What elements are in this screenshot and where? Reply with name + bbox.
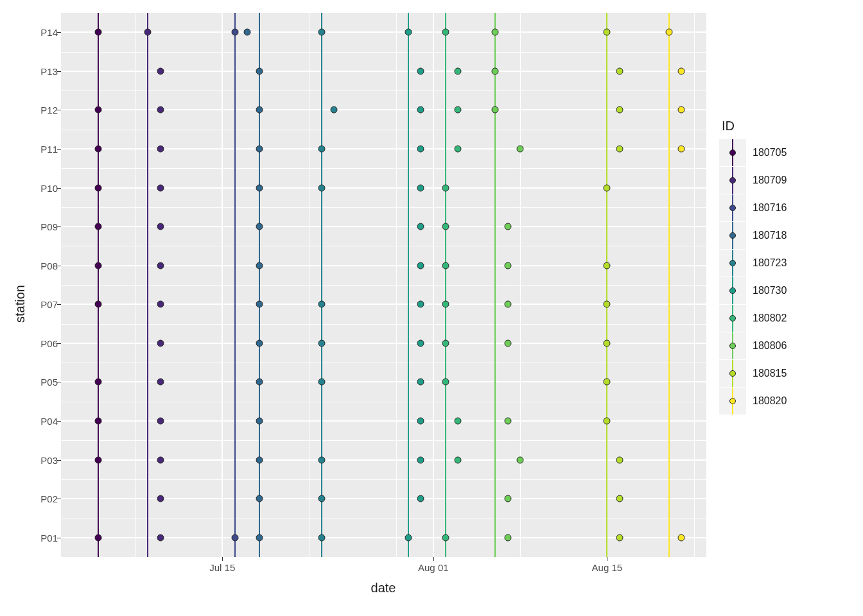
data-point: [318, 495, 325, 502]
data-point: [243, 29, 250, 36]
data-point: [157, 262, 164, 269]
data-point: [94, 456, 101, 463]
id-vline: [494, 13, 496, 557]
legend-item: 180730: [719, 277, 854, 304]
plot-panel: [61, 13, 706, 557]
y-tick-label: P13: [30, 65, 58, 76]
data-point: [616, 534, 623, 541]
data-point: [442, 534, 449, 541]
legend-key: [719, 277, 746, 304]
data-point: [405, 534, 412, 541]
data-point: [94, 418, 101, 425]
id-vline: [147, 13, 148, 557]
data-point: [417, 184, 424, 191]
grid-h-minor: [61, 207, 706, 208]
legend-item: 180806: [719, 332, 854, 359]
data-point: [492, 107, 499, 114]
y-tick: [57, 188, 61, 189]
data-point: [604, 301, 611, 308]
data-point: [256, 418, 263, 425]
x-tick-label: Aug 01: [418, 562, 449, 573]
data-point: [157, 146, 164, 153]
legend-item: 180820: [719, 387, 854, 415]
data-point: [504, 339, 511, 346]
data-point: [417, 146, 424, 153]
data-point: [94, 146, 101, 153]
id-vline: [259, 13, 260, 557]
data-point: [417, 456, 424, 463]
legend-item: 180802: [719, 304, 854, 332]
legend-key: [719, 222, 746, 249]
legend-point-icon: [729, 232, 736, 239]
legend-key: [719, 139, 746, 166]
data-point: [318, 456, 325, 463]
data-point: [604, 29, 611, 36]
legend-item: 180716: [719, 194, 854, 221]
data-point: [417, 418, 424, 425]
y-tick: [57, 32, 61, 33]
data-point: [318, 534, 325, 541]
legend-label: 180723: [753, 257, 787, 269]
legend-point-icon: [729, 343, 736, 349]
data-point: [94, 534, 101, 541]
legend-point-icon: [729, 205, 736, 211]
legend-key: [719, 305, 746, 332]
data-point: [331, 107, 338, 114]
data-point: [318, 301, 325, 308]
data-point: [318, 184, 325, 191]
legend-key: [719, 167, 746, 194]
x-tick: [607, 557, 607, 561]
grid-h-minor: [61, 130, 706, 130]
data-point: [256, 223, 263, 230]
y-tick: [57, 227, 61, 227]
y-tick: [57, 71, 61, 72]
data-point: [157, 418, 164, 425]
grid-v-minor: [135, 13, 136, 557]
legend-key: [719, 250, 746, 277]
data-point: [157, 339, 164, 346]
y-tick: [57, 538, 61, 538]
data-point: [442, 262, 449, 269]
legend-title: ID: [722, 119, 854, 133]
data-point: [504, 301, 511, 308]
data-point: [157, 301, 164, 308]
legend-point-icon: [729, 177, 736, 184]
data-point: [417, 107, 424, 114]
x-tick: [433, 557, 434, 561]
y-tick-label: P10: [30, 182, 58, 193]
data-point: [231, 534, 238, 541]
data-point: [455, 67, 462, 74]
legend-label: 180709: [753, 175, 787, 186]
id-vline: [321, 13, 322, 557]
data-point: [417, 339, 424, 346]
data-point: [455, 146, 462, 153]
data-point: [94, 301, 101, 308]
data-point: [157, 184, 164, 191]
data-point: [157, 67, 164, 74]
data-point: [616, 67, 623, 74]
data-point: [455, 456, 462, 463]
legend-item: 180718: [719, 221, 854, 249]
x-axis-label: date: [371, 581, 396, 595]
y-tick: [57, 149, 61, 150]
grid-h-minor: [61, 402, 706, 402]
data-point: [616, 107, 623, 114]
data-point: [144, 29, 152, 36]
data-point: [405, 29, 412, 36]
grid-h-minor: [61, 90, 706, 91]
data-point: [157, 223, 164, 230]
legend-key: [719, 332, 746, 359]
legend-label: 180716: [753, 202, 787, 214]
legend-point-icon: [729, 370, 736, 377]
data-point: [94, 223, 101, 230]
data-point: [318, 339, 325, 346]
id-vline: [98, 13, 99, 557]
data-point: [604, 418, 611, 425]
data-point: [455, 107, 462, 114]
data-point: [417, 495, 424, 502]
data-point: [417, 301, 424, 308]
grid-v-minor: [520, 13, 521, 557]
id-vline: [234, 13, 236, 557]
data-point: [442, 184, 449, 191]
figure: station date ID 180705180709180716180718…: [0, 0, 863, 616]
